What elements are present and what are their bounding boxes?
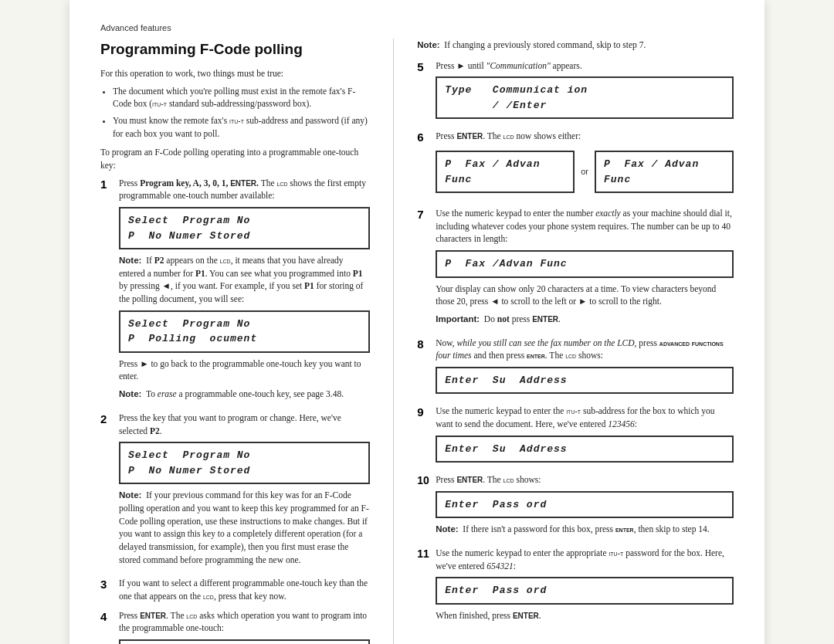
step-4-content: Press ENTER. The lcd asks which operatio… [119, 609, 370, 644]
step-5-text: Press ► until "Communication" appears. [436, 59, 734, 73]
step-5-lcd: Type Communicat ion / /Enter [436, 76, 734, 119]
step-1: 1 Press Program key, A, 3, 0, 1, ENTER. … [100, 177, 370, 405]
step-2-lcd: Select Program NoP No Numer Stored [119, 442, 370, 484]
step-10-content: Press ENTER. The lcd shows: Enter Pass o… [436, 473, 734, 541]
bullet-item-2: You must know the remote fax's itu-t sub… [113, 114, 370, 140]
step-7-lcd: P Fax /Advan Func [436, 250, 734, 278]
right-note-top: Note: If changing a previously stored co… [417, 39, 734, 52]
or-label: or [581, 166, 588, 178]
step-3: 3 If you want to select a different prog… [100, 577, 370, 602]
step-6-text: Press ENTER. The lcd now shows either: [436, 130, 734, 143]
step-10-note: Note: If there isn't a password for this… [436, 523, 734, 536]
step-8-text: Now, while you still can see the fax num… [436, 337, 734, 362]
step-6-content: Press ENTER. The lcd now shows either: P… [436, 130, 734, 201]
page-title: Programming F-Code polling [100, 39, 370, 61]
step-8-content: Now, while you still can see the fax num… [436, 337, 734, 399]
step-11-number: 11 [417, 547, 431, 627]
intro-text: For this operation to work, two things m… [100, 67, 370, 80]
advanced-features-label: Advanced features [100, 23, 734, 32]
step-1-note-after: Press ► to go back to the programmable o… [119, 358, 370, 383]
step-5-content: Press ► until "Communication" appears. T… [436, 59, 734, 124]
step-8: 8 Now, while you still can see the fax n… [417, 337, 734, 399]
step-4-lcd: Type Communicat ion / /Enter [119, 639, 370, 644]
step-10-number: 10 [417, 473, 431, 541]
step-6: 6 Press ENTER. The lcd now shows either:… [417, 130, 734, 201]
step-2-text: Press the key that you want to program o… [119, 412, 370, 437]
to-program-text: To program an F-Code polling operating i… [100, 146, 370, 171]
step-2: 2 Press the key that you want to program… [100, 412, 370, 571]
step-6-number: 6 [417, 130, 431, 201]
step-4-text: Press ENTER. The lcd asks which operatio… [119, 609, 370, 635]
step-1-note2: Note: To erase a programmable one-touch … [119, 388, 370, 401]
left-column: Programming F-Code polling For this oper… [100, 39, 370, 644]
bullet-item-1: The document which you're polling must e… [113, 85, 370, 110]
step-11-lcd: Enter Pass ord [436, 577, 734, 605]
step-11: 11 Use the numeric keypad to enter the a… [417, 547, 734, 627]
step-9: 9 Use the numeric keypad to enter the it… [417, 405, 734, 467]
step-9-content: Use the numeric keypad to enter the itu-… [436, 405, 734, 467]
step-3-text: If you want to select a different progra… [119, 577, 370, 602]
step-9-text: Use the numeric keypad to enter the itu-… [436, 405, 734, 430]
step-3-content: If you want to select a different progra… [119, 577, 370, 602]
step-8-lcd: Enter Su Address [436, 367, 734, 395]
step-7: 7 Use the numeric keypad to enter the nu… [417, 207, 734, 330]
step-11-note-after: When finished, press ENTER. [436, 609, 734, 622]
step-6-lcd-row: P Fax / Advan Func or P Fax / Advan Func [436, 146, 734, 198]
step-10: 10 Press ENTER. The lcd shows: Enter Pas… [417, 473, 734, 541]
step-1-text: Press Program key, A, 3, 0, 1, ENTER. Th… [119, 177, 370, 202]
step-6-lcd-left: P Fax / Advan Func [436, 151, 575, 193]
step-7-important: Important: Do not press ENTER. [436, 313, 734, 326]
step-11-content: Use the numeric keypad to enter the appr… [436, 547, 734, 627]
step-2-content: Press the key that you want to program o… [119, 412, 370, 571]
step-10-lcd: Enter Pass ord [436, 491, 734, 519]
step-1-content: Press Program key, A, 3, 0, 1, ENTER. Th… [119, 177, 370, 405]
step-9-lcd: Enter Su Address [436, 436, 734, 463]
step-9-number: 9 [417, 405, 431, 467]
step-7-note-after: Your display can show only 20 characters… [436, 283, 734, 308]
column-divider [393, 39, 394, 644]
step-11-text: Use the numeric keypad to enter the appr… [436, 547, 734, 572]
step-1-note: Note: If P2 appears on the lcd, it means… [119, 254, 370, 306]
step-1-number: 1 [100, 177, 114, 405]
page: Advanced features Programming F-Code pol… [70, 0, 764, 644]
step-2-note: Note: If your previous command for this … [119, 489, 370, 566]
step-10-text: Press ENTER. The lcd shows: [436, 473, 734, 486]
step-3-number: 3 [100, 577, 114, 602]
step-8-number: 8 [417, 337, 431, 399]
step-2-number: 2 [100, 412, 114, 571]
step-7-content: Use the numeric keypad to enter the numb… [436, 207, 734, 330]
bullet-list: The document which you're polling must e… [113, 85, 370, 141]
step-5-number: 5 [417, 59, 431, 124]
step-1-note-lcd: Select Program NoP Polling ocument [119, 310, 370, 353]
step-4: 4 Press ENTER. The lcd asks which operat… [100, 609, 370, 644]
step-7-text: Use the numeric keypad to enter the numb… [436, 207, 734, 246]
step-5: 5 Press ► until "Communication" appears.… [417, 59, 734, 124]
right-column: Note: If changing a previously stored co… [417, 39, 734, 644]
step-4-number: 4 [100, 609, 114, 644]
step-1-lcd: Select Program NoP No Numer Stored [119, 207, 370, 249]
step-6-lcd-right: P Fax / Advan Func [595, 151, 734, 193]
step-7-number: 7 [417, 207, 431, 330]
